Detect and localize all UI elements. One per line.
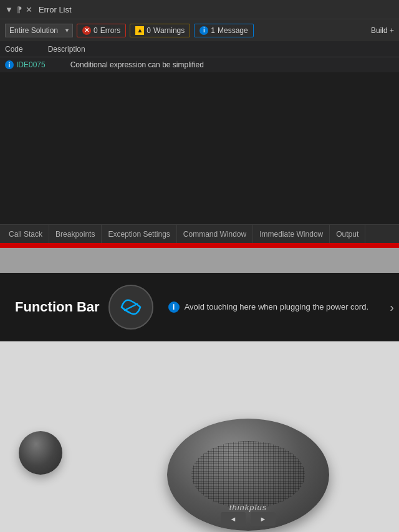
col-header-description: Description	[48, 45, 85, 54]
ide-description: Conditional expression can be simplified	[70, 60, 204, 69]
close-icon[interactable]: ✕	[26, 5, 32, 14]
errors-count: 0	[94, 26, 98, 35]
ide-code: IDE0075	[16, 60, 46, 69]
error-icon: ✕	[82, 26, 91, 35]
speaker-body: thinkplus ◄ ►	[167, 419, 329, 531]
speaker-buttons: ◄ ►	[221, 512, 276, 526]
solution-scope-dropdown[interactable]: Entire Solution ▼	[5, 24, 73, 37]
bottom-tabs-bar: Call Stack Breakpoints Exception Setting…	[0, 224, 399, 243]
tab-breakpoints[interactable]: Breakpoints	[49, 225, 102, 244]
red-accent-bar	[0, 243, 399, 248]
warnings-count: 0	[147, 26, 151, 35]
errors-badge[interactable]: ✕ 0 Errors	[77, 24, 126, 37]
col-header-code: Code	[5, 45, 23, 54]
chevron-right-icon[interactable]: ›	[390, 300, 394, 315]
table-header: Code Description	[0, 41, 399, 57]
row-info-icon: i	[5, 60, 14, 69]
title-bar: ▼ ⁋ ✕ Error List	[0, 0, 399, 19]
error-list-title: Error List	[39, 5, 72, 14]
tab-call-stack[interactable]: Call Stack	[2, 225, 49, 244]
speaker-volume-down[interactable]: ◄	[221, 512, 246, 526]
row-code-cell: i IDE0075	[5, 60, 46, 69]
editor-empty-area	[0, 72, 399, 224]
toolbar: Entire Solution ▼ ✕ 0 Errors ▲ 0 Warning…	[0, 19, 399, 41]
pin2-icon: ⁋	[17, 5, 22, 14]
warnings-badge[interactable]: ▲ 0 Warnings	[130, 24, 190, 37]
messages-count: 1	[211, 26, 215, 35]
errors-label: Errors	[100, 26, 121, 35]
warnings-label: Warnings	[153, 26, 185, 35]
tab-command-window[interactable]: Command Window	[177, 225, 253, 244]
pin-icon: ▼	[5, 5, 13, 14]
speaker-volume-up[interactable]: ►	[251, 512, 276, 526]
desk-surface: thinkplus ◄ ►	[0, 341, 399, 532]
gray-bar	[0, 248, 399, 273]
warning-icon: ▲	[135, 26, 144, 35]
table-row[interactable]: i IDE0075 Conditional expression can be …	[0, 57, 399, 72]
stand-icon	[106, 282, 156, 332]
notice-icon: i	[168, 302, 180, 313]
speaker-mesh	[191, 441, 305, 508]
messages-label: Message	[218, 26, 248, 35]
notice-text: Avoid touching here when plugging the po…	[185, 301, 368, 313]
speaker-device: thinkplus ◄ ►	[167, 419, 329, 532]
monitor-screen: ▼ ⁋ ✕ Error List Entire Solution ▼ ✕ 0 E…	[0, 0, 399, 243]
function-bar-label: Function Bar	[0, 299, 100, 315]
message-icon: i	[200, 26, 208, 35]
build-button[interactable]: Build +	[371, 26, 394, 35]
warning-notice: i Avoid touching here when plugging the …	[168, 301, 399, 313]
tab-output[interactable]: Output	[330, 225, 365, 244]
small-device	[19, 431, 62, 475]
messages-badge[interactable]: i 1 Message	[194, 24, 253, 37]
speaker-brand-label: thinkplus	[229, 503, 267, 512]
monitor-stand-area: Function Bar i Avoid touching here when …	[0, 273, 399, 341]
scope-select[interactable]: Entire Solution	[5, 24, 73, 37]
tab-exception-settings[interactable]: Exception Settings	[102, 225, 176, 244]
tab-immediate-window[interactable]: Immediate Window	[253, 225, 330, 244]
